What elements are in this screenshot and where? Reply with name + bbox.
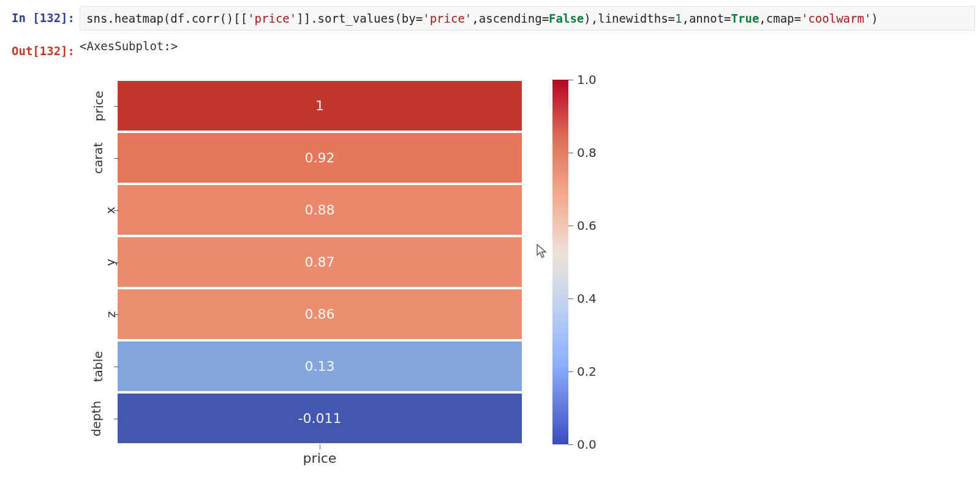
heatmap-cell: 1 (118, 81, 522, 131)
code-token: ]]. (296, 12, 317, 25)
colorbar-tick: 1.0 (568, 72, 597, 87)
heatmap-cell: 0.88 (118, 185, 522, 235)
code-token: (by= (394, 12, 423, 25)
code-token: corr (192, 12, 220, 25)
code-token: . (184, 12, 191, 25)
code-token: 'price' (247, 12, 296, 25)
code-token: 'price' (423, 12, 472, 25)
code-token: 1 (675, 12, 682, 25)
colorbar-tick: 0.6 (568, 218, 597, 233)
colorbar-tick-label: 0.4 (577, 291, 597, 306)
heatmap-row: table0.13 (81, 340, 522, 392)
code-token: ,cmap= (759, 12, 801, 25)
heatmap-figure: price1carat0.92x0.88y0.87z0.86table0.13d… (81, 80, 980, 468)
y-tick-label: price (81, 80, 118, 132)
heatmap-row: carat0.92 (81, 132, 522, 184)
code-token: ()[[ (219, 12, 247, 25)
y-tick-label: x (81, 184, 118, 236)
code-token: heatmap (115, 12, 164, 25)
colorbar-tick: 0.2 (568, 364, 597, 379)
output-prompt: Out[132]: (5, 39, 75, 58)
colorbar-tick-label: 0.8 (577, 145, 597, 160)
colorbar-tick-label: 1.0 (577, 72, 597, 87)
colorbar: 0.00.20.40.60.81.0 (552, 80, 605, 444)
y-tick-label: depth (81, 392, 118, 444)
colorbar-ticks: 0.00.20.40.60.81.0 (568, 80, 605, 444)
code-token: ,ascending= (472, 12, 549, 25)
code-input[interactable]: sns.heatmap(df.corr()[['price']].sort_va… (80, 6, 975, 31)
code-token: . (107, 12, 114, 25)
code-token: 'coolwarm' (801, 12, 871, 25)
colorbar-tick-label: 0.2 (577, 364, 597, 379)
xtick-mark (320, 444, 320, 449)
heatmap-rows: price1carat0.92x0.88y0.87z0.86table0.13d… (81, 80, 522, 444)
heatmap-row: z0.86 (81, 288, 522, 340)
heatmap-cell: -0.011 (118, 394, 522, 443)
heatmap-row: price1 (81, 80, 522, 132)
code-token: False (549, 12, 584, 25)
heatmap-cell: 0.87 (118, 237, 522, 287)
code-token: sort_values (318, 12, 395, 25)
heatmap-cell: 0.86 (118, 289, 522, 339)
colorbar-tick: 0.4 (568, 291, 597, 306)
code-token: sns (86, 12, 107, 25)
output-cell: Out[132]: <AxesSubplot:> (0, 39, 980, 58)
y-tick-label: z (81, 288, 118, 340)
heatmap-cell: 0.13 (118, 341, 522, 391)
colorbar-tick: 0.0 (568, 437, 597, 452)
input-prompt: In [132]: (5, 6, 75, 31)
colorbar-tick: 0.8 (568, 145, 597, 160)
colorbar-tick-label: 0.6 (577, 218, 597, 233)
code-token: (df (164, 12, 184, 25)
colorbar-tick-label: 0.0 (577, 437, 597, 452)
colorbar-gradient (552, 80, 568, 444)
heatmap-row: x0.88 (81, 184, 522, 236)
code-token: ,annot= (682, 12, 731, 25)
code-token: ) (871, 12, 878, 25)
input-cell: In [132]: sns.heatmap(df.corr()[['price'… (0, 6, 980, 31)
heatmap-cell: 0.92 (118, 133, 522, 183)
heatmap-row: depth-0.011 (81, 392, 522, 444)
y-tick-label: table (81, 340, 118, 392)
code-token: True (731, 12, 760, 25)
heatmap-row: y0.87 (81, 236, 522, 288)
code-token: ),linewidths= (584, 12, 675, 25)
output-repr: <AxesSubplot:> (80, 39, 178, 58)
y-tick-label: carat (81, 132, 118, 184)
x-axis-label: price (303, 451, 337, 466)
y-tick-label: y (81, 236, 118, 288)
